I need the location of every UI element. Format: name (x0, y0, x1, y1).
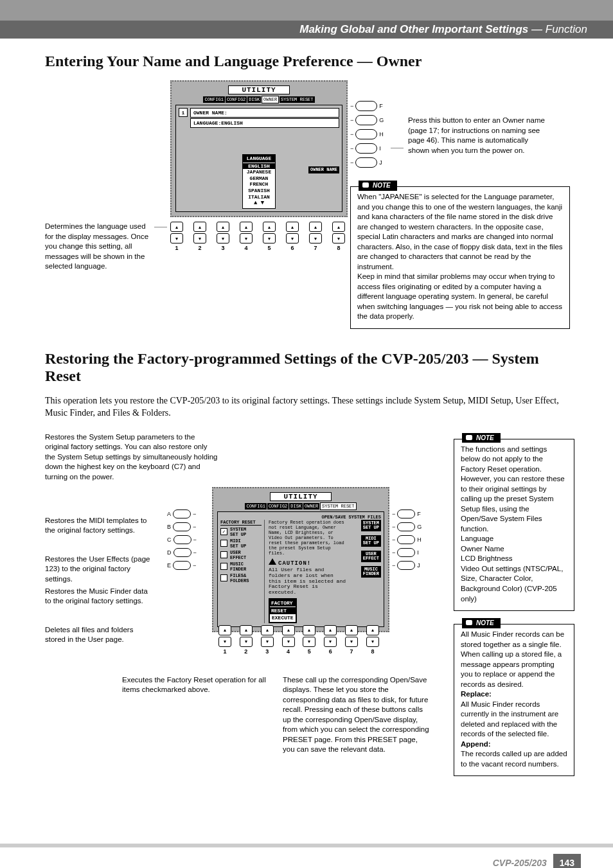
s2-annot-a3: Restores the User Effects (page 123) to … (45, 554, 154, 585)
warning-icon (269, 558, 276, 565)
button-F2[interactable] (397, 509, 415, 518)
s2-annot-a2: Restores the MIDI templates to the origi… (45, 516, 154, 536)
s2-note2: NOTE All Music Finder records can be sto… (454, 624, 574, 776)
dn-5[interactable]: ▾ (263, 233, 276, 244)
section2-heading: Restoring the Factory-programmed Setting… (45, 350, 574, 385)
utility-owner-screen: UTILITY CONFIG1CONFIG2DISKOWNERSYSTEM RE… (170, 80, 348, 217)
bottom-updown-buttons: ▴▾1 ▴▾2 ▴▾3 ▴▾4 ▴▾5 ▴▾6 ▴▾7 ▴▾8 (170, 222, 345, 251)
button-F[interactable] (355, 101, 377, 111)
s1-right-annotation: Press this button to enter an Owner name… (408, 116, 546, 155)
s1-note-box: NOTE When "JAPANESE" is selected for the… (350, 186, 570, 329)
button-G2[interactable] (397, 522, 415, 531)
lcd-tabs: CONFIG1CONFIG2DISKOWNERSYSTEM RESET (175, 96, 342, 103)
page-footer: CVP-205/203 143 (0, 844, 613, 868)
header-title: Making Global and Other Important Settin… (299, 23, 528, 35)
up-3[interactable]: ▴ (217, 222, 229, 232)
s2-note1: NOTE The functions and settings below do… (454, 439, 574, 611)
language-list: LANGUAGE ENGLISH JAPANESE GERMAN FRENCH … (242, 154, 276, 209)
button-J2[interactable] (397, 561, 415, 570)
right-side-buttons: −F −G −H −I −J (350, 101, 384, 168)
button-D[interactable] (173, 548, 191, 557)
dn-1[interactable]: ▾ (170, 233, 183, 244)
bottom-updown-buttons-2: ▴▾1 ▴▾2 ▴▾3 ▴▾4 ▴▾5 ▴▾6 ▴▾7 ▴▾8 (218, 625, 379, 655)
lcd2-tabs: CONFIG1CONFIG2DISKOWNERSYSTEM RESET (217, 502, 384, 510)
button-A[interactable] (173, 509, 191, 518)
section1-heading: Entering Your Name and Language Preferen… (45, 53, 574, 70)
button-H[interactable] (355, 129, 377, 139)
lcd-title: UTILITY (228, 85, 289, 94)
lcd2-title: UTILITY (270, 492, 331, 501)
button-B[interactable] (173, 522, 191, 531)
button-E[interactable] (173, 561, 191, 570)
up-6[interactable]: ▴ (286, 222, 299, 232)
up-7[interactable]: ▴ (309, 222, 322, 232)
owner-name-field: OWNER NAME: (190, 108, 339, 118)
owner-name-soft-button: OWNER NAME (308, 166, 339, 173)
left-side-buttons: A− B− C− D− E− (167, 509, 197, 570)
s1-note-text: When "JAPANESE" is selected for the Lang… (357, 193, 563, 320)
s1-left-annotation: Determines the language used for the dis… (45, 222, 154, 272)
dn-4[interactable]: ▾ (240, 233, 253, 244)
s2-annot-a6: Executes the Factory Reset operation for… (122, 675, 270, 695)
right-side-buttons-2: −F −G −H −I −J (392, 509, 422, 570)
up-8[interactable]: ▴ (332, 222, 345, 232)
up-5[interactable]: ▴ (263, 222, 276, 232)
s2-annot-a5: Deletes all files and folders stored in … (45, 625, 154, 645)
utility-system-reset-screen: UTILITY CONFIG1CONFIG2DISKOWNERSYSTEM RE… (212, 487, 389, 632)
button-G[interactable] (355, 115, 377, 125)
section2-intro: This operation lets you restore the CVP-… (45, 395, 574, 420)
button-H2[interactable] (397, 535, 415, 544)
footer-model: CVP-205/203 (493, 858, 547, 868)
button-C[interactable] (173, 535, 191, 544)
footer-page-number: 143 (553, 854, 581, 868)
up-2[interactable]: ▴ (193, 222, 206, 232)
factory-reset-execute-label: FACTORY RESET EXECUTE (269, 598, 297, 623)
dn-8[interactable]: ▾ (332, 233, 345, 244)
dn-2[interactable]: ▾ (193, 233, 206, 244)
up-4[interactable]: ▴ (240, 222, 253, 232)
button-I[interactable] (355, 143, 377, 154)
note-label: NOTE (359, 181, 397, 191)
button-J[interactable] (355, 157, 377, 168)
dn-7[interactable]: ▾ (309, 233, 322, 244)
up-1[interactable]: ▴ (170, 222, 183, 232)
button-I2[interactable] (397, 548, 415, 557)
dn-3[interactable]: ▾ (217, 233, 229, 244)
s2-annot-a7: These call up the corresponding Open/Sav… (283, 675, 431, 755)
header-bar: Making Global and Other Important Settin… (0, 21, 613, 39)
s2-annot-a1: Restores the System Setup parameters to … (45, 432, 218, 483)
s2-annot-a4: Restores the Music Finder data to the or… (45, 587, 154, 607)
language-field: LANGUAGE:ENGLISH (190, 118, 339, 128)
dn-6[interactable]: ▾ (286, 233, 299, 244)
header-subtitle: — Function (531, 23, 587, 35)
